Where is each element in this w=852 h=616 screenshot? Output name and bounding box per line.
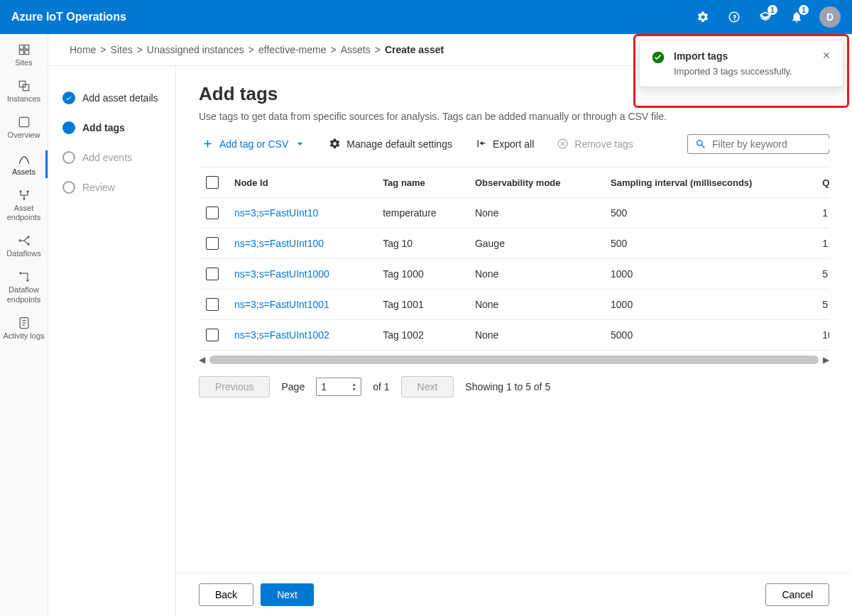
scroll-right-arrow[interactable]: ▶ — [823, 355, 829, 365]
export-icon — [475, 138, 487, 150]
node-id-link[interactable]: ns=3;s=FastUInt1001 — [234, 299, 329, 310]
toolbar: Add tag or CSV Manage default settings E… — [199, 133, 829, 154]
col-tag-name[interactable]: Tag name — [376, 167, 468, 198]
wizard-step-events[interactable]: Add events — [57, 143, 167, 172]
wizard-label: Add events — [82, 152, 132, 163]
svg-rect-1 — [23, 85, 28, 91]
row-checkbox[interactable] — [206, 298, 219, 311]
active-bullet-icon — [62, 121, 75, 134]
col-node-id[interactable]: Node Id — [227, 167, 376, 198]
svg-rect-2 — [19, 118, 28, 127]
top-header: Azure IoT Operations 1 1 D — [0, 0, 852, 34]
table-row: ns=3;s=FastUInt1001Tag 1001None10005 — [199, 290, 829, 320]
gear-icon — [329, 138, 341, 150]
tags-table: Node Id Tag name Observability mode Samp… — [199, 167, 829, 351]
sidebar-item-dataflows[interactable]: Dataflows — [0, 228, 48, 264]
scroll-left-arrow[interactable]: ◀ — [199, 355, 205, 365]
breadcrumb-link[interactable]: Unassigned instances — [147, 44, 244, 55]
page-number-input[interactable]: 1 ▲▼ — [316, 378, 361, 396]
sidebar-item-sites[interactable]: Sites — [0, 37, 48, 73]
node-id-link[interactable]: ns=3;s=FastUInt100 — [234, 238, 324, 249]
col-sampling[interactable]: Sampling interval (milliseconds) — [604, 167, 815, 198]
horizontal-scrollbar[interactable]: ◀ ▶ — [199, 355, 829, 365]
sidebar-item-assets[interactable]: Assets — [0, 146, 48, 182]
wizard-label: Add asset details — [82, 92, 158, 104]
col-obs-mode[interactable]: Observability mode — [468, 167, 604, 198]
node-id-link[interactable]: ns=3;s=FastUInt1002 — [234, 329, 329, 341]
back-button[interactable]: Back — [199, 583, 253, 606]
node-id-link[interactable]: ns=3;s=FastUInt1000 — [234, 268, 329, 280]
breadcrumb-link[interactable]: Sites — [111, 44, 133, 55]
cell-sampling: 1000 — [604, 290, 815, 320]
row-checkbox[interactable] — [206, 207, 219, 219]
svg-point-4 — [26, 190, 28, 192]
row-checkbox[interactable] — [206, 329, 219, 341]
help-button[interactable] — [720, 3, 748, 31]
cell-sampling: 500 — [604, 229, 815, 259]
scroll-track[interactable] — [209, 356, 819, 364]
cell-tag-name: Tag 10 — [376, 229, 468, 259]
remove-tags-button: Remove tags — [554, 133, 635, 154]
page-stepper[interactable]: ▲▼ — [351, 382, 356, 392]
breadcrumb-link[interactable]: Home — [70, 44, 96, 55]
sidebar-label: Dataflows — [6, 249, 40, 258]
user-avatar[interactable]: D — [819, 6, 841, 28]
sidebar-item-activity-logs[interactable]: Activity logs — [0, 310, 48, 346]
wizard-label: Add tags — [82, 122, 125, 133]
activity-logs-icon — [17, 316, 31, 330]
dataflows-icon — [17, 233, 31, 248]
sidebar-label: Activity logs — [3, 331, 44, 341]
table-row: ns=3;s=FastUInt1002Tag 1002None500010 — [199, 320, 829, 351]
breadcrumb-current: Create asset — [385, 44, 444, 55]
remove-icon — [557, 138, 569, 150]
search-icon — [695, 138, 706, 150]
close-icon[interactable] — [821, 50, 831, 60]
cell-obs: None — [468, 259, 604, 290]
sidebar-item-instances[interactable]: Instances — [0, 73, 48, 109]
plus-icon — [202, 138, 214, 150]
sidebar-item-dataflow-endpoints[interactable]: Dataflow endpoints — [0, 264, 48, 309]
filter-input[interactable] — [712, 138, 836, 150]
cell-qu: 1 — [815, 198, 829, 229]
cell-qu: 5 — [815, 290, 829, 320]
sidebar-item-overview[interactable]: Overview — [0, 109, 48, 145]
row-checkbox[interactable] — [206, 237, 219, 250]
dataflow-endpoints-icon — [17, 270, 31, 284]
col-qu[interactable]: Qu — [815, 167, 829, 198]
cell-obs: None — [468, 290, 604, 320]
app-title: Azure IoT Operations — [11, 11, 689, 23]
wizard-footer: Back Next Cancel — [176, 573, 852, 616]
cell-sampling: 500 — [604, 198, 815, 229]
toast-title: Import tags — [674, 50, 813, 62]
sidebar-item-asset-endpoints[interactable]: Asset endpoints — [0, 182, 48, 228]
add-tag-button[interactable]: Add tag or CSV — [199, 133, 309, 154]
wizard-step-review[interactable]: Review — [57, 172, 167, 202]
export-all-button[interactable]: Export all — [472, 133, 537, 154]
wizard-step-details[interactable]: Add asset details — [57, 83, 167, 113]
select-all-checkbox[interactable] — [206, 176, 219, 189]
table-row: ns=3;s=FastUInt100Tag 10Gauge5001 — [199, 229, 829, 259]
wizard-label: Review — [82, 182, 115, 193]
settings-button[interactable] — [689, 3, 717, 31]
toast-message: Imported 3 tags successfully. — [674, 66, 813, 77]
feedback-button[interactable]: 1 — [751, 3, 780, 31]
breadcrumb-link[interactable]: effective-meme — [258, 44, 326, 55]
import-toast: Import tags Imported 3 tags successfully… — [639, 40, 843, 87]
notifications-button[interactable]: 1 — [782, 3, 811, 31]
cell-qu: 5 — [815, 259, 829, 290]
success-icon — [651, 50, 665, 65]
page-of-label: of 1 — [373, 381, 389, 392]
next-button[interactable]: Next — [261, 583, 314, 606]
previous-page-button: Previous — [199, 376, 270, 397]
feedback-badge: 1 — [768, 5, 777, 15]
manage-defaults-button[interactable]: Manage default settings — [326, 133, 455, 154]
wizard-step-tags[interactable]: Add tags — [57, 113, 167, 143]
cancel-button[interactable]: Cancel — [765, 583, 829, 606]
filter-input-wrapper[interactable] — [687, 134, 829, 154]
assets-icon — [17, 152, 31, 166]
breadcrumb-link[interactable]: Assets — [341, 44, 371, 55]
node-id-link[interactable]: ns=3;s=FastUInt10 — [234, 207, 318, 219]
cell-obs: None — [468, 320, 604, 351]
instances-icon — [17, 79, 31, 93]
row-checkbox[interactable] — [206, 268, 219, 280]
